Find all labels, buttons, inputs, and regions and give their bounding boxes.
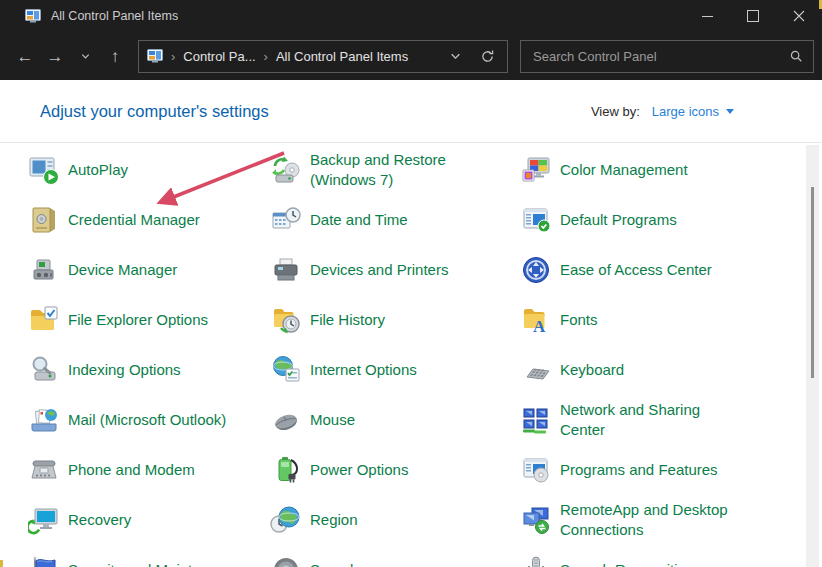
control-panel-icon [147, 48, 163, 64]
item-label: Devices and Printers [310, 260, 448, 280]
forward-button[interactable]: → [40, 41, 70, 71]
item-label: Security and Maintenance [68, 560, 241, 567]
svg-text:A: A [533, 317, 546, 336]
speech-recognition-icon [520, 554, 552, 567]
control-panel-item[interactable]: Power Options [270, 445, 520, 495]
close-button[interactable] [776, 0, 822, 32]
breadcrumb-separator: › [264, 49, 268, 64]
remoteapp-and-desktop-connections-icon [520, 504, 552, 536]
control-panel-item[interactable]: Device Manager [28, 245, 270, 295]
control-panel-icon [25, 8, 41, 24]
region-icon [270, 504, 302, 536]
control-panel-item[interactable]: Network and SharingCenter [520, 395, 798, 445]
items-grid: AutoPlayBackup and Restore(Windows 7)Col… [28, 145, 798, 567]
breadcrumb-control-panel[interactable]: Control Pa... [183, 49, 255, 64]
view-by-label: View by: [591, 104, 640, 119]
view-by-dropdown[interactable]: Large icons [652, 104, 734, 119]
item-label: Color Management [560, 160, 688, 180]
control-panel-item[interactable]: Internet Options [270, 345, 520, 395]
item-label: Fonts [560, 310, 598, 330]
control-panel-item[interactable]: Mouse [270, 395, 520, 445]
item-label-line: Network and Sharing [560, 400, 700, 420]
control-panel-item[interactable]: AFonts [520, 295, 798, 345]
refresh-button[interactable] [475, 44, 499, 68]
credential-manager-icon [28, 204, 60, 236]
control-panel-item[interactable]: Indexing Options [28, 345, 270, 395]
control-panel-item[interactable]: Keyboard [520, 345, 798, 395]
control-panel-item[interactable]: RemoteApp and DesktopConnections [520, 495, 798, 545]
breadcrumb-all-control-panel-items[interactable]: All Control Panel Items [276, 49, 408, 64]
window-title: All Control Panel Items [51, 9, 684, 23]
item-label: File History [310, 310, 385, 330]
control-panel-item[interactable]: AutoPlay [28, 145, 270, 195]
view-by-value: Large icons [652, 104, 719, 119]
maximize-button[interactable] [730, 0, 776, 32]
item-label: Network and SharingCenter [560, 400, 700, 440]
navigation-bar: ← → ↑ › Control Pa... › All Control Pane… [0, 32, 822, 80]
control-panel-item[interactable]: Devices and Printers [270, 245, 520, 295]
mouse-icon [270, 404, 302, 436]
up-button[interactable]: ↑ [100, 41, 130, 71]
control-panel-item[interactable]: Ease of Access Center [520, 245, 798, 295]
item-label: Speech Recognition [560, 560, 694, 567]
control-panel-item[interactable]: Credential Manager [28, 195, 270, 245]
control-panel-item[interactable]: Backup and Restore(Windows 7) [270, 145, 520, 195]
item-label: Recovery [68, 510, 131, 530]
close-icon [793, 10, 805, 22]
item-label: AutoPlay [68, 160, 128, 180]
control-panel-item[interactable]: Recovery [28, 495, 270, 545]
control-panel-item[interactable]: Programs and Features [520, 445, 798, 495]
search-box[interactable] [520, 40, 814, 73]
recent-locations-button[interactable] [70, 41, 100, 71]
file-explorer-options-icon [28, 304, 60, 336]
mail-icon [28, 404, 60, 436]
item-label-line: RemoteApp and Desktop [560, 500, 728, 520]
address-dropdown-button[interactable] [443, 44, 467, 68]
power-options-icon [270, 454, 302, 486]
network-and-sharing-center-icon [520, 404, 552, 436]
control-panel-window: All Control Panel Items ← → ↑ › Control … [0, 0, 822, 567]
search-icon[interactable] [789, 49, 803, 63]
control-panel-item[interactable]: Region [270, 495, 520, 545]
item-label: Programs and Features [560, 460, 718, 480]
control-panel-item[interactable]: Security and Maintenance [28, 545, 270, 567]
devices-and-printers-icon [270, 254, 302, 286]
address-bar[interactable]: › Control Pa... › All Control Panel Item… [138, 40, 508, 73]
chevron-down-icon [80, 48, 91, 65]
security-and-maintenance-icon [28, 554, 60, 567]
ease-of-access-center-icon [520, 254, 552, 286]
programs-and-features-icon [520, 454, 552, 486]
item-label-line: (Windows 7) [310, 170, 446, 190]
control-panel-item[interactable]: Phone and Modem [28, 445, 270, 495]
color-management-icon [520, 154, 552, 186]
control-panel-item[interactable]: Speech Recognition [520, 545, 798, 567]
date-and-time-icon [270, 204, 302, 236]
header-band: Adjust your computer's settings View by:… [0, 80, 822, 142]
item-label: Mouse [310, 410, 355, 430]
item-label: Device Manager [68, 260, 177, 280]
desktop-background-sliver [0, 560, 3, 567]
item-label: File Explorer Options [68, 310, 208, 330]
fonts-icon: A [520, 304, 552, 336]
scrollbar-thumb[interactable] [811, 187, 814, 378]
item-label: Date and Time [310, 210, 408, 230]
control-panel-item[interactable]: File History [270, 295, 520, 345]
minimize-icon [702, 16, 713, 17]
control-panel-item[interactable]: Default Programs [520, 195, 798, 245]
control-panel-item[interactable]: Mail (Microsoft Outlook) [28, 395, 270, 445]
item-label-line: Backup and Restore [310, 150, 446, 170]
control-panel-item[interactable]: Date and Time [270, 195, 520, 245]
back-button[interactable]: ← [10, 41, 40, 71]
search-input[interactable] [531, 48, 789, 65]
item-label: Ease of Access Center [560, 260, 712, 280]
control-panel-item[interactable]: File Explorer Options [28, 295, 270, 345]
vertical-scrollbar[interactable] [806, 145, 819, 567]
breadcrumb-separator: › [171, 49, 175, 64]
control-panel-item[interactable]: Color Management [520, 145, 798, 195]
item-label: Phone and Modem [68, 460, 195, 480]
control-panel-item[interactable]: Sound [270, 545, 520, 567]
minimize-button[interactable] [684, 0, 730, 32]
phone-and-modem-icon [28, 454, 60, 486]
item-label: RemoteApp and DesktopConnections [560, 500, 728, 540]
item-label: Credential Manager [68, 210, 200, 230]
